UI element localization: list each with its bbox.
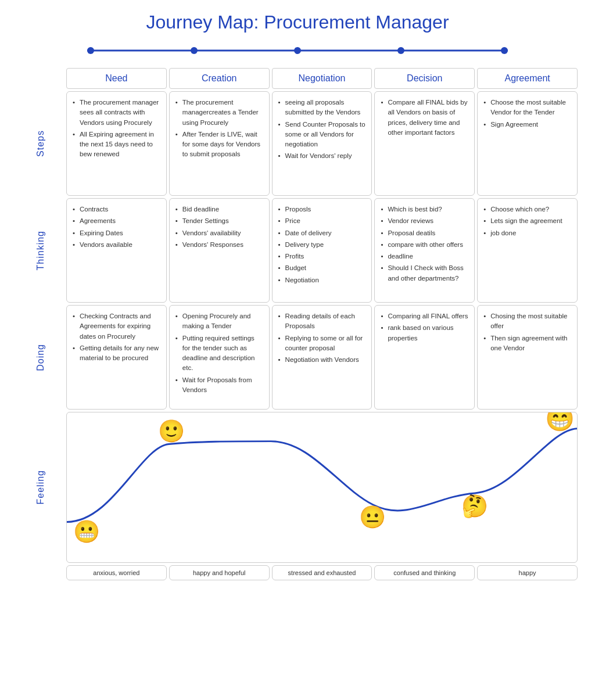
steps-creation: The procurement managercreates a Tender … xyxy=(169,91,270,196)
timeline-dot-1 xyxy=(87,47,94,54)
feeling-graph: 😬 🙂 😐 🤔 😁 xyxy=(66,412,578,563)
thinking-label-cell: Thinking xyxy=(17,198,64,303)
doing-decision: Comparing all FINAL offers rank based on… xyxy=(374,305,475,410)
feeling-labels-empty xyxy=(17,565,64,580)
emoji-happy-hopeful: 🙂 xyxy=(158,418,185,444)
page-title: Journey Map: Procurement Manager xyxy=(12,12,583,33)
thinking-creation: Bid deadline Tender Settings Vendors' av… xyxy=(169,198,270,303)
thinking-agr-2: Lets sign the agreement xyxy=(483,216,571,226)
doing-neg-2: Replying to some or all for counter prop… xyxy=(278,333,366,354)
header-creation: Creation xyxy=(169,68,270,89)
emoji-happy: 😁 xyxy=(545,412,575,433)
thinking-neg-4: Delivery type xyxy=(278,240,366,250)
doing-neg-3: Negotiation with Vendors xyxy=(278,355,366,365)
timeline-dot-3 xyxy=(294,47,301,54)
thinking-dec-5: deadline xyxy=(381,252,468,261)
doing-agr-1: Chosing the most suitable offer xyxy=(483,311,571,332)
feeling-label-happy: happy xyxy=(477,565,578,580)
thinking-need-1: Contracts xyxy=(73,204,160,214)
thinking-dec-1: Which is best bid? xyxy=(381,204,468,214)
thinking-row: Thinking Contracts Agreements Expiring D… xyxy=(12,198,583,303)
thinking-need: Contracts Agreements Expiring Dates Vend… xyxy=(66,198,167,303)
emoji-stressed: 😐 xyxy=(360,504,387,530)
steps-agr-2: Sign Agreement xyxy=(483,120,571,130)
doing-dec-1: Comparing all FINAL offers xyxy=(381,311,468,321)
doing-label-cell: Doing xyxy=(17,305,64,410)
emoji-anxious: 😬 xyxy=(73,519,101,545)
doing-dec-2: rank based on various properties xyxy=(381,323,468,343)
steps-creation-2: After Tender is LIVE, wait for some days… xyxy=(175,130,263,160)
steps-need-2: All Expiring agreement in the next 15 da… xyxy=(73,130,160,160)
header-need: Need xyxy=(66,68,167,89)
timeline-dot-5 xyxy=(501,47,508,54)
thinking-need-2: Agreements xyxy=(73,216,160,226)
thinking-need-4: Vendors available xyxy=(73,240,160,250)
feeling-row: Feeling 😬 🙂 😐 🤔 😁 xyxy=(12,412,583,563)
doing-creation: Opening Procurely and making a Tender Pu… xyxy=(169,305,270,410)
steps-row: Steps The procurement manager sees all c… xyxy=(12,91,583,196)
doing-neg-1: Reading details of each Proposals xyxy=(278,311,366,332)
thinking-agr-1: Choose which one? xyxy=(483,204,571,214)
steps-decision: Compare all FINAL bids by all Vendors on… xyxy=(374,91,475,196)
thinking-dec-4: compare with other offers xyxy=(381,240,468,250)
thinking-neg-6: Budget xyxy=(278,263,366,273)
doing-negotiation: Reading details of each Proposals Replyi… xyxy=(272,305,372,410)
thinking-agr-3: job done xyxy=(483,228,571,238)
doing-label: Doing xyxy=(35,344,46,371)
doing-cre-1: Opening Procurely and making a Tender xyxy=(175,311,263,332)
thinking-neg-2: Price xyxy=(278,216,366,226)
steps-neg-2: Send Counter Proposals to some or all Ve… xyxy=(278,120,366,150)
steps-need-1: The procurement manager sees all contrac… xyxy=(73,98,160,128)
header-empty xyxy=(17,68,64,89)
steps-label: Steps xyxy=(35,130,46,157)
steps-creation-1: The procurement managercreates a Tender … xyxy=(175,98,263,128)
header-decision: Decision xyxy=(374,68,475,89)
feeling-label-confused: confused and thinking xyxy=(374,565,475,580)
doing-agr-2: Then sign agreement with one Vendor xyxy=(483,333,571,354)
feeling-labels-row: anxious, worried happy and hopeful stres… xyxy=(12,565,583,580)
header-negotiation: Negotiation xyxy=(272,68,372,89)
feeling-label-happy-hopeful: happy and hopeful xyxy=(169,565,270,580)
emoji-confused: 🤔 xyxy=(461,493,489,519)
thinking-negotiation: Proposls Price Date of delivery Delivery… xyxy=(272,198,372,303)
steps-label-cell: Steps xyxy=(17,91,64,196)
doing-cre-2: Putting required settings for the tender… xyxy=(175,333,263,374)
doing-need-1: Checking Contracts and Agreements for ex… xyxy=(73,311,160,342)
doing-cre-3: Wait for Proposals from Vendors xyxy=(175,375,263,396)
thinking-neg-5: Profits xyxy=(278,252,366,261)
steps-agr-1: Choose the most suitable Vendor for the … xyxy=(483,98,571,118)
thinking-cre-1: Bid deadline xyxy=(175,204,263,214)
steps-agreement: Choose the most suitable Vendor for the … xyxy=(477,91,578,196)
feeling-label-cell: Feeling xyxy=(17,412,64,563)
timeline xyxy=(12,45,583,56)
thinking-neg-1: Proposls xyxy=(278,204,366,214)
feeling-label: Feeling xyxy=(35,470,46,504)
thinking-agreement: Choose which one? Lets sign the agreemen… xyxy=(477,198,578,303)
timeline-dots xyxy=(87,47,508,54)
doing-need-2: Getting details for any new material to … xyxy=(73,343,160,364)
feeling-label-anxious: anxious, worried xyxy=(66,565,167,580)
thinking-label: Thinking xyxy=(35,231,46,270)
thinking-dec-6: Should I Check with Boss and other depar… xyxy=(381,263,468,283)
steps-dec-1: Compare all FINAL bids by all Vendors on… xyxy=(381,98,468,138)
steps-neg-3: Wait for Vendors' reply xyxy=(278,151,366,161)
doing-row: Doing Checking Contracts and Agreements … xyxy=(12,305,583,410)
steps-neg-1: seeing all proposals submitted by the Ve… xyxy=(278,98,366,118)
feeling-label-stressed: stressed and exhausted xyxy=(272,565,372,580)
thinking-cre-2: Tender Settings xyxy=(175,216,263,226)
thinking-neg-3: Date of delivery xyxy=(278,228,366,238)
steps-need: The procurement manager sees all contrac… xyxy=(66,91,167,196)
feeling-svg: 😬 🙂 😐 🤔 😁 xyxy=(67,412,577,562)
header-row: Need Creation Negotiation Decision Agree… xyxy=(12,68,583,89)
thinking-cre-3: Vendors' availability xyxy=(175,228,263,238)
thinking-decision: Which is best bid? Vendor reviews Propos… xyxy=(374,198,475,303)
timeline-dot-4 xyxy=(397,47,404,54)
timeline-dot-2 xyxy=(191,47,198,54)
thinking-cre-4: Vendors' Responses xyxy=(175,240,263,250)
doing-agreement: Chosing the most suitable offer Then sig… xyxy=(477,305,578,410)
thinking-need-3: Expiring Dates xyxy=(73,228,160,238)
thinking-dec-2: Vendor reviews xyxy=(381,216,468,226)
header-agreement: Agreement xyxy=(477,68,578,89)
thinking-dec-3: Proposal deatils xyxy=(381,228,468,238)
steps-negotiation: seeing all proposals submitted by the Ve… xyxy=(272,91,372,196)
